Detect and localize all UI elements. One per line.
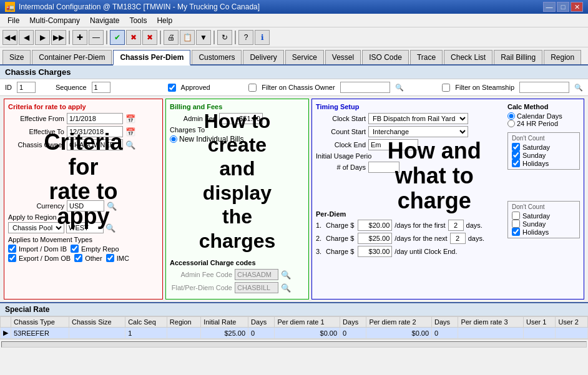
other-checkbox[interactable] bbox=[74, 254, 82, 262]
tb-save-x[interactable]: ✖ bbox=[142, 30, 157, 45]
export-checkbox[interactable] bbox=[8, 254, 16, 262]
imc-checkbox[interactable] bbox=[106, 254, 114, 262]
currency-search-icon[interactable]: 🔍 bbox=[107, 202, 117, 211]
minimize-button[interactable]: — bbox=[543, 2, 556, 12]
currency-label: Currency bbox=[8, 202, 64, 210]
row-days1: 0 bbox=[248, 328, 275, 339]
menu-navigate[interactable]: Navigate bbox=[85, 15, 124, 26]
criteria-title: Criteria for rate to apply bbox=[8, 103, 159, 110]
approved-checkbox[interactable] bbox=[168, 84, 176, 92]
charge3-input[interactable] bbox=[358, 246, 392, 257]
clock-start-select[interactable]: FB Dispatch from Rail Yard bbox=[368, 113, 468, 124]
tb-copy[interactable]: 📋 bbox=[180, 30, 195, 45]
saturday2-checkbox[interactable] bbox=[512, 212, 520, 220]
row-days2: 0 bbox=[340, 328, 366, 339]
col-days3: Days bbox=[432, 317, 458, 328]
tab-rail-billing[interactable]: Rail Billing bbox=[494, 50, 542, 64]
filter-chassis-checkbox[interactable] bbox=[248, 84, 257, 92]
import-checkbox[interactable] bbox=[8, 245, 16, 253]
empty-repo-checkbox[interactable] bbox=[71, 245, 79, 253]
days-label: # of Days bbox=[316, 163, 366, 171]
tab-size[interactable]: Size bbox=[2, 50, 31, 64]
horizontal-scrollbar[interactable] bbox=[0, 339, 588, 349]
calendar-days-radio[interactable] bbox=[507, 112, 515, 120]
tab-chassis-per-diem[interactable]: Chassis Per-Diem bbox=[113, 50, 190, 66]
tab-checklist[interactable]: Check List bbox=[444, 50, 492, 64]
tb-add[interactable]: ✚ bbox=[72, 30, 87, 45]
tb-sep2 bbox=[106, 31, 107, 44]
row-rate2: $0.00 bbox=[366, 328, 432, 339]
close-button[interactable]: ✕ bbox=[571, 2, 583, 12]
region-type-select[interactable]: Chassis Pool bbox=[8, 222, 64, 233]
tb-last[interactable]: ▶▶ bbox=[51, 30, 66, 45]
row-days3: 0 bbox=[432, 328, 458, 339]
hol2-row: Holidays bbox=[512, 228, 576, 236]
sunday1-checkbox[interactable] bbox=[512, 151, 520, 159]
count-start-select[interactable]: Interchange bbox=[368, 126, 468, 137]
new-bills-radio[interactable] bbox=[170, 135, 177, 143]
region-search-icon[interactable]: 🔍 bbox=[105, 223, 115, 233]
effective-to-cal-icon[interactable]: 📅 bbox=[125, 127, 135, 137]
tb-checkmark[interactable]: ✔ bbox=[110, 30, 125, 45]
menu-multi-company[interactable]: Multi-Company bbox=[24, 15, 85, 26]
table-header-row: Chassis Type Chassis Size Calc Seq Regio… bbox=[1, 317, 588, 328]
24hr-radio[interactable] bbox=[507, 120, 515, 127]
tb-cancel[interactable]: ✖ bbox=[126, 30, 141, 45]
effective-from-cal-icon[interactable]: 📅 bbox=[125, 114, 135, 124]
charge1-input[interactable] bbox=[358, 220, 392, 231]
tb-dropdown[interactable]: ▼ bbox=[196, 30, 211, 45]
tb-next[interactable]: ▶ bbox=[35, 30, 50, 45]
col-days1: Days bbox=[248, 317, 275, 328]
tb-refresh[interactable]: ↻ bbox=[217, 30, 232, 45]
chassis-owner-search-icon[interactable]: 🔍 bbox=[125, 140, 135, 150]
holidays2-checkbox[interactable] bbox=[512, 228, 520, 236]
holidays1-checkbox[interactable] bbox=[512, 159, 520, 167]
effective-to-input[interactable] bbox=[67, 126, 123, 137]
scroll-track[interactable] bbox=[1, 341, 587, 348]
table-row[interactable]: ▶ 53REEFER 1 $25.00 0 $0.00 0 $0.00 0 bbox=[1, 328, 588, 339]
tb-info[interactable]: ℹ bbox=[255, 30, 270, 45]
charge2-days[interactable] bbox=[450, 233, 466, 244]
row-chassis-size bbox=[69, 328, 125, 339]
tb-question[interactable]: ? bbox=[238, 30, 253, 45]
empty-repo-label: Empty Repo bbox=[81, 245, 119, 253]
sunday2-checkbox[interactable] bbox=[512, 220, 520, 228]
tb-delete[interactable]: — bbox=[89, 30, 104, 45]
tab-container-per-diem[interactable]: Container Per-Diem bbox=[32, 50, 112, 64]
tb-first[interactable]: ◀◀ bbox=[2, 30, 17, 45]
clock-end-input[interactable] bbox=[368, 139, 418, 150]
tab-delivery[interactable]: Delivery bbox=[243, 50, 283, 64]
menu-tools[interactable]: Tools bbox=[124, 15, 152, 26]
filter-steam-checkbox[interactable] bbox=[442, 84, 450, 92]
tab-trace[interactable]: Trace bbox=[410, 50, 443, 64]
days-input[interactable] bbox=[368, 162, 399, 173]
movement-export: Export / Dom OB bbox=[8, 254, 71, 262]
menu-file[interactable]: File bbox=[2, 15, 24, 26]
charge1-days[interactable] bbox=[448, 220, 464, 231]
tab-vessel[interactable]: Vessel bbox=[325, 50, 361, 64]
chassis-owner-input[interactable] bbox=[67, 139, 123, 150]
movement-types-label: Applies to Movement Types bbox=[8, 236, 159, 243]
admin-fee-input[interactable] bbox=[219, 113, 263, 124]
id-input[interactable] bbox=[17, 82, 36, 93]
menu-help[interactable]: Help bbox=[152, 15, 177, 26]
chassis-owner-filter[interactable] bbox=[340, 82, 390, 93]
steamship-filter[interactable] bbox=[519, 82, 569, 93]
tab-service[interactable]: Service bbox=[285, 50, 324, 64]
charge2-input[interactable] bbox=[358, 233, 392, 244]
tb-print[interactable]: 🖨 bbox=[164, 30, 179, 45]
charge1-days-label: days. bbox=[466, 222, 483, 229]
tb-sep4 bbox=[213, 31, 215, 44]
sequence-input[interactable] bbox=[92, 82, 110, 93]
saturday1-checkbox[interactable] bbox=[512, 143, 520, 151]
tab-customers[interactable]: Customers bbox=[192, 50, 242, 64]
maximize-button[interactable]: □ bbox=[557, 2, 569, 12]
effective-from-input[interactable] bbox=[67, 113, 123, 124]
currency-input[interactable] bbox=[67, 200, 104, 212]
effective-to-label: Effective To bbox=[8, 128, 64, 135]
tab-region[interactable]: Region bbox=[544, 50, 581, 64]
tb-prev[interactable]: ◀ bbox=[19, 30, 34, 45]
initial-usage-label: Initial Usage Perio bbox=[316, 152, 366, 160]
tab-iso-code[interactable]: ISO Code bbox=[362, 50, 409, 64]
region-value-input[interactable] bbox=[66, 222, 104, 233]
